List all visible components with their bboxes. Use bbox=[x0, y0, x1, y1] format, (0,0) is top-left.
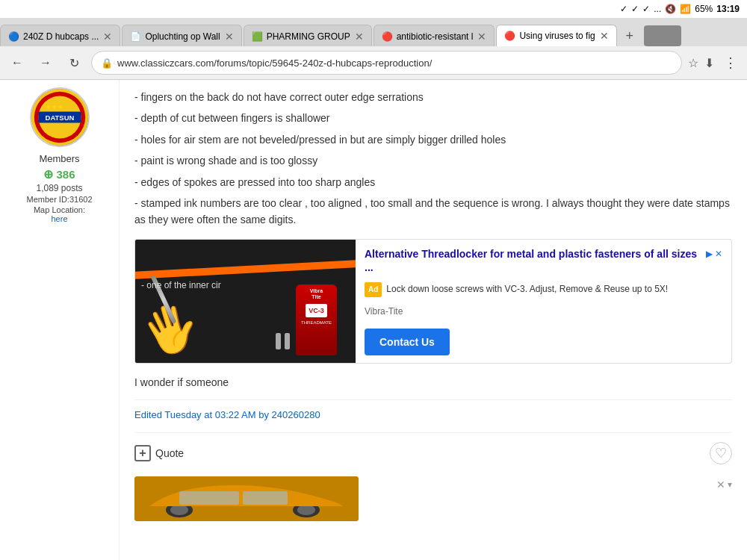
tab-bar: 🔵 240Z D hubcaps ... ✕ 📄 Opluchting op W… bbox=[0, 18, 747, 46]
tab-2-label: Opluchting op Wall bbox=[145, 31, 220, 42]
svg-point-10 bbox=[297, 505, 315, 515]
location-here-link[interactable]: here bbox=[51, 214, 67, 223]
heart-button[interactable]: ♡ bbox=[710, 442, 732, 464]
ad-external-icon[interactable]: ▶ ✕ bbox=[706, 247, 722, 261]
tab-5-label: Using viruses to fig bbox=[519, 31, 595, 41]
check-icon-2: ✓ bbox=[631, 4, 639, 14]
svg-rect-12 bbox=[243, 491, 288, 505]
post-line-5: - edges of spokes are pressed into too s… bbox=[134, 174, 732, 190]
member-role: Members bbox=[7, 153, 111, 164]
tab-2[interactable]: 📄 Opluchting op Wall ✕ bbox=[122, 25, 241, 46]
tab-placeholder bbox=[644, 25, 681, 46]
member-id: Member ID:31602 bbox=[7, 195, 111, 204]
tab-1-close[interactable]: ✕ bbox=[103, 31, 112, 42]
ad-header: Alternative Threadlocker for metal and p… bbox=[365, 247, 722, 274]
chevron-down-icon: ▾ bbox=[728, 478, 732, 492]
overlay-text: - one of the inner cir bbox=[135, 276, 356, 296]
screws bbox=[276, 333, 290, 349]
member-rep: ⊕ 386 bbox=[7, 167, 111, 181]
edit-notice: Edited Tuesday at 03:22 AM by 240260280 bbox=[134, 399, 732, 423]
tab-4-favicon: 🔴 bbox=[382, 31, 392, 42]
browser-chrome: 🔵 240Z D hubcaps ... ✕ 📄 Opluchting op W… bbox=[0, 18, 747, 80]
member-posts: 1,089 posts bbox=[7, 183, 111, 193]
car-thumbnail bbox=[134, 476, 359, 521]
check-icon-1: ✓ bbox=[620, 4, 627, 14]
avatar-image: DATSUN ★★★ bbox=[31, 89, 88, 146]
url-bar[interactable]: 🔒 www.classiczcars.com/forums/topic/5964… bbox=[91, 51, 682, 75]
status-bar: ✓ ✓ ✓ ... 🔇 📶 65% 13:19 bbox=[0, 0, 747, 18]
bottle-subtitle: THREADMATE bbox=[301, 320, 332, 327]
ellipsis-icon: ... bbox=[654, 4, 661, 14]
mute-icon: 🔇 bbox=[665, 4, 676, 14]
car-row: ✕ ▾ bbox=[134, 476, 732, 521]
url-text: www.classiczcars.com/forums/topic/59645-… bbox=[117, 57, 672, 69]
status-icons: ✓ ✓ ✓ ... 🔇 📶 65% 13:19 bbox=[620, 4, 740, 14]
tab-5-close[interactable]: ✕ bbox=[600, 31, 609, 41]
post-line-4: - paint is wrong shade and is too glossy bbox=[134, 152, 732, 169]
quote-label: Quote bbox=[155, 445, 184, 461]
tab-1-label: 240Z D hubcaps ... bbox=[23, 31, 99, 42]
page-content: DATSUN ★★★ Members ⊕ 386 1,089 posts Mem… bbox=[0, 80, 747, 560]
svg-text:DATSUN: DATSUN bbox=[45, 113, 74, 122]
quote-plus-icon: + bbox=[134, 445, 151, 461]
ad-source: Vibra-Tite bbox=[365, 305, 722, 319]
bookmark-icon[interactable]: ☆ bbox=[688, 56, 698, 70]
menu-button[interactable]: ⋮ bbox=[720, 52, 741, 73]
reload-button[interactable]: ↻ bbox=[63, 52, 85, 74]
ad-badge-row: Ad Lock down loose screws with VC-3. Adj… bbox=[365, 282, 722, 297]
tab-5-favicon: 🔴 bbox=[504, 31, 515, 41]
address-bar: ← → ↻ 🔒 www.classiczcars.com/forums/topi… bbox=[0, 46, 747, 79]
tab-4-close[interactable]: ✕ bbox=[477, 31, 486, 42]
ad-description: Lock down loose screws with VC-3. Adjust… bbox=[386, 282, 668, 296]
tab-1[interactable]: 🔵 240Z D hubcaps ... ✕ bbox=[0, 25, 120, 46]
screw-2 bbox=[285, 333, 290, 349]
rep-number: 386 bbox=[56, 168, 75, 181]
svg-text:★★★: ★★★ bbox=[46, 103, 63, 111]
ad-image: 🖐 VibraTite VC-3 THREADMATE - one of the… bbox=[135, 240, 356, 363]
member-location-link[interactable]: here bbox=[7, 214, 111, 223]
check-icon-3: ✓ bbox=[642, 4, 650, 14]
ad-title: Alternative Threadlocker for metal and p… bbox=[365, 247, 700, 274]
post-line-3: - holes for air stem are not beveled/pre… bbox=[134, 131, 732, 148]
wifi-icon: 📶 bbox=[680, 4, 691, 14]
tab-3-label: PHARMING GROUP bbox=[267, 31, 350, 42]
main-content: - fingers on the back do not have correc… bbox=[120, 80, 747, 560]
car-image bbox=[134, 476, 359, 521]
ad-text-area: Alternative Threadlocker for metal and p… bbox=[356, 240, 731, 363]
sidebar: DATSUN ★★★ Members ⊕ 386 1,089 posts Mem… bbox=[0, 80, 120, 560]
x-icon: ✕ bbox=[716, 476, 725, 493]
download-icon[interactable]: ⬇ bbox=[704, 56, 714, 70]
battery-text: 65% bbox=[695, 4, 713, 14]
lock-icon: 🔒 bbox=[101, 57, 113, 69]
new-tab-button[interactable]: + bbox=[619, 25, 641, 46]
tab-2-close[interactable]: ✕ bbox=[225, 31, 234, 42]
tab-4[interactable]: 🔴 antibiotic-resistant l ✕ bbox=[374, 25, 495, 46]
contact-us-button[interactable]: Contact Us bbox=[365, 329, 450, 355]
delete-post-btn[interactable]: ✕ ▾ bbox=[716, 476, 732, 493]
forward-button[interactable]: → bbox=[34, 52, 57, 74]
tab-3-favicon: 🟩 bbox=[252, 31, 262, 42]
post-line-6: - stamped ink numbers are too clear , to… bbox=[134, 195, 732, 228]
ad-badge: Ad bbox=[365, 282, 382, 297]
hand-icon: 🖐 bbox=[137, 299, 205, 360]
ad-block: 🖐 VibraTite VC-3 THREADMATE - one of the… bbox=[134, 239, 732, 364]
avatar: DATSUN ★★★ bbox=[30, 87, 90, 147]
quote-bar: + Quote ♡ bbox=[134, 432, 732, 473]
tab-1-favicon: 🔵 bbox=[8, 31, 19, 42]
quote-button[interactable]: + Quote bbox=[134, 445, 184, 461]
post-line-2: - depth of cut between fingers is shallo… bbox=[134, 110, 732, 126]
tab-5[interactable]: 🔴 Using viruses to fig ✕ bbox=[496, 25, 616, 46]
bottle-label: VC-3 bbox=[306, 304, 327, 317]
screw-1 bbox=[276, 333, 281, 349]
member-location-label: Map Location: bbox=[7, 205, 111, 214]
tab-3-close[interactable]: ✕ bbox=[355, 31, 364, 42]
post-line-1: - fingers on the back do not have correc… bbox=[134, 89, 732, 105]
tab-2-favicon: 📄 bbox=[130, 31, 140, 42]
back-button[interactable]: ← bbox=[6, 52, 28, 74]
clock: 13:19 bbox=[716, 4, 740, 14]
post-line-7: I wonder if someone bbox=[134, 374, 732, 391]
svg-point-8 bbox=[170, 505, 188, 515]
svg-rect-11 bbox=[179, 491, 239, 505]
tab-3[interactable]: 🟩 PHARMING GROUP ✕ bbox=[244, 25, 372, 46]
rep-plus-icon: ⊕ bbox=[43, 167, 53, 181]
